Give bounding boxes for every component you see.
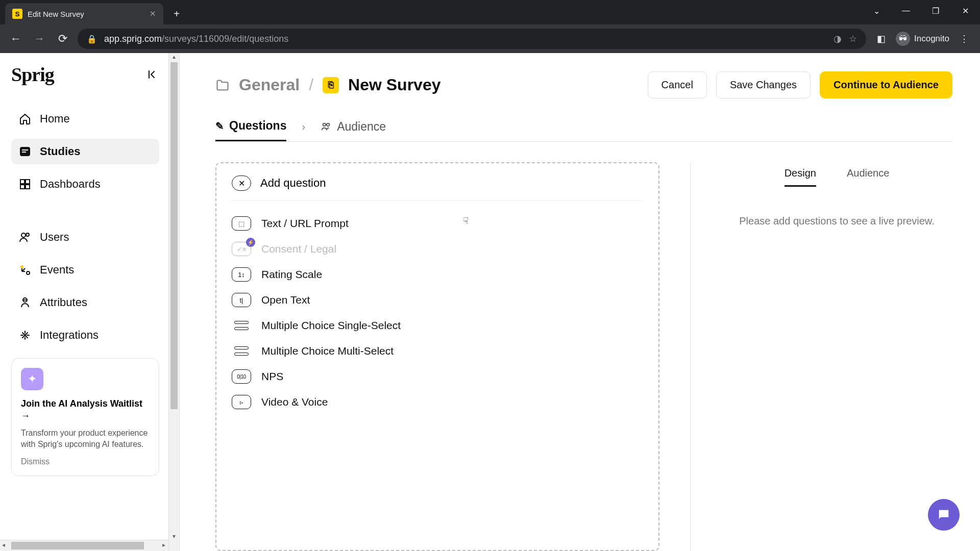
page-title: New Survey bbox=[348, 76, 440, 94]
preview-tab-design[interactable]: Design bbox=[785, 167, 816, 187]
cancel-button[interactable]: Cancel bbox=[648, 71, 707, 98]
browser-tab-strip: S Edit New Survey ✕ + ⌄ ― ❐ ✕ bbox=[0, 0, 980, 24]
breadcrumb-folder[interactable]: General bbox=[239, 76, 300, 94]
save-button[interactable]: Save Changes bbox=[716, 71, 811, 98]
sidebar-item-label: Users bbox=[40, 231, 69, 244]
sidebar-item-attributes[interactable]: Attributes bbox=[11, 290, 159, 315]
integrations-icon bbox=[18, 329, 32, 342]
edit-icon: ✎ bbox=[215, 120, 224, 132]
incognito-indicator[interactable]: 🕶 Incognito bbox=[896, 32, 949, 46]
dashboards-icon bbox=[18, 178, 32, 191]
svg-rect-3 bbox=[20, 180, 24, 184]
close-window-icon[interactable]: ✕ bbox=[950, 0, 980, 21]
add-question-card: ✕ Add question ⬚ Text / URL Prompt ✓≡⚡ C… bbox=[215, 162, 659, 551]
new-tab-button[interactable]: + bbox=[167, 5, 186, 23]
breadcrumb-separator: / bbox=[309, 76, 313, 94]
svg-rect-6 bbox=[26, 185, 30, 189]
horizontal-scrollbar[interactable] bbox=[0, 540, 168, 551]
sidebar-item-label: Events bbox=[40, 263, 74, 277]
rating-icon: 1↕ bbox=[232, 267, 251, 282]
breadcrumb: General / ⎘ New Survey bbox=[215, 76, 440, 94]
kebab-menu-icon[interactable]: ⋮ bbox=[955, 30, 973, 47]
users-icon bbox=[18, 231, 32, 244]
sidebar: Sprig Home Studies Dashboards Users Even… bbox=[0, 53, 168, 551]
sidebar-item-users[interactable]: Users bbox=[11, 224, 159, 250]
open-text-icon: t| bbox=[232, 293, 251, 307]
reload-button[interactable]: ⟳ bbox=[54, 30, 71, 47]
tab-questions[interactable]: ✎ Questions bbox=[215, 119, 286, 141]
preview-panel: Design Audience Please add questions to … bbox=[690, 162, 952, 551]
question-type-open-text[interactable]: t| Open Text bbox=[232, 287, 643, 313]
question-type-rating[interactable]: 1↕ Rating Scale bbox=[232, 262, 643, 287]
sidebar-item-label: Attributes bbox=[40, 296, 87, 309]
svg-rect-4 bbox=[26, 180, 30, 184]
back-button[interactable]: ← bbox=[7, 30, 24, 47]
minimize-icon[interactable]: ― bbox=[891, 0, 921, 21]
browser-tab[interactable]: S Edit New Survey ✕ bbox=[5, 3, 163, 24]
consent-icon: ✓≡⚡ bbox=[232, 242, 251, 256]
close-card-button[interactable]: ✕ bbox=[232, 176, 251, 191]
ai-waitlist-card: ✦ Join the AI Analysis Waitlist → Transf… bbox=[11, 358, 159, 476]
favicon: S bbox=[12, 9, 22, 19]
attributes-icon bbox=[18, 296, 32, 309]
tab-search-icon[interactable]: ⌄ bbox=[862, 0, 891, 21]
address-bar[interactable]: 🔒 app.sprig.com/surveys/116009/edit/ques… bbox=[78, 29, 866, 49]
sparkle-icon: ✦ bbox=[21, 368, 43, 390]
question-type-nps[interactable]: 0|10 NPS bbox=[232, 364, 643, 389]
sidebar-item-studies[interactable]: Studies bbox=[11, 139, 159, 164]
preview-tab-audience[interactable]: Audience bbox=[847, 167, 889, 187]
page-header: General / ⎘ New Survey Cancel Save Chang… bbox=[215, 71, 952, 98]
audience-icon bbox=[321, 121, 332, 132]
ai-card-title[interactable]: Join the AI Analysis Waitlist → bbox=[21, 397, 150, 422]
svg-point-12 bbox=[323, 123, 326, 127]
single-select-icon bbox=[232, 318, 251, 333]
add-question-title: Add question bbox=[260, 177, 326, 190]
step-tabs: ✎ Questions › Audience bbox=[215, 119, 952, 142]
bookmark-icon[interactable]: ☆ bbox=[849, 33, 857, 44]
tab-close-icon[interactable]: ✕ bbox=[150, 9, 156, 18]
brand-logo[interactable]: Sprig bbox=[11, 63, 54, 86]
svg-point-10 bbox=[27, 271, 30, 274]
sidebar-item-label: Dashboards bbox=[40, 178, 101, 191]
sidebar-item-label: Integrations bbox=[40, 329, 99, 342]
lock-icon: 🔒 bbox=[87, 34, 97, 44]
window-controls: ⌄ ― ❐ ✕ bbox=[862, 0, 980, 21]
svg-rect-5 bbox=[20, 185, 24, 189]
question-type-single-select[interactable]: Multiple Choice Single-Select bbox=[232, 313, 643, 338]
svg-point-7 bbox=[21, 233, 26, 237]
svg-point-13 bbox=[327, 123, 330, 127]
multi-select-icon bbox=[232, 344, 251, 358]
sidebar-item-events[interactable]: Events bbox=[11, 257, 159, 283]
vertical-scrollbar[interactable] bbox=[168, 53, 180, 551]
sidebar-item-dashboards[interactable]: Dashboards bbox=[11, 171, 159, 197]
video-icon: ▹ bbox=[232, 395, 251, 409]
tab-audience[interactable]: Audience bbox=[321, 120, 386, 141]
svg-rect-2 bbox=[22, 152, 26, 153]
ai-card-body: Transform your product experience with S… bbox=[21, 428, 150, 450]
question-type-multi-select[interactable]: Multiple Choice Multi-Select bbox=[232, 338, 643, 364]
forward-button: → bbox=[31, 30, 48, 47]
text-url-icon: ⬚ bbox=[232, 216, 251, 231]
ai-card-dismiss[interactable]: Dismiss bbox=[21, 457, 150, 466]
tracking-icon[interactable]: ◑ bbox=[834, 33, 842, 44]
continue-button[interactable]: Continue to Audience bbox=[820, 71, 952, 98]
side-panel-icon[interactable]: ◧ bbox=[872, 30, 890, 47]
question-type-consent[interactable]: ✓≡⚡ Consent / Legal bbox=[232, 236, 643, 262]
chat-bubble-button[interactable] bbox=[928, 499, 960, 531]
premium-badge-icon: ⚡ bbox=[246, 238, 255, 247]
collapse-sidebar-icon[interactable] bbox=[147, 69, 157, 80]
folder-icon bbox=[215, 78, 230, 92]
main-content: General / ⎘ New Survey Cancel Save Chang… bbox=[180, 53, 980, 551]
svg-point-9 bbox=[20, 265, 23, 268]
preview-placeholder: Please add questions to see a live previ… bbox=[721, 215, 952, 227]
url-text: app.sprig.com/surveys/116009/edit/questi… bbox=[104, 34, 826, 44]
events-icon bbox=[18, 263, 32, 277]
nps-icon: 0|10 bbox=[232, 369, 251, 384]
maximize-icon[interactable]: ❐ bbox=[921, 0, 950, 21]
sidebar-item-label: Home bbox=[40, 112, 70, 126]
question-type-text-url[interactable]: ⬚ Text / URL Prompt bbox=[232, 211, 643, 236]
question-type-video-voice[interactable]: ▹ Video & Voice bbox=[232, 389, 643, 415]
browser-toolbar: ← → ⟳ 🔒 app.sprig.com/surveys/116009/edi… bbox=[0, 24, 980, 53]
sidebar-item-integrations[interactable]: Integrations bbox=[11, 322, 159, 348]
sidebar-item-home[interactable]: Home bbox=[11, 106, 159, 132]
